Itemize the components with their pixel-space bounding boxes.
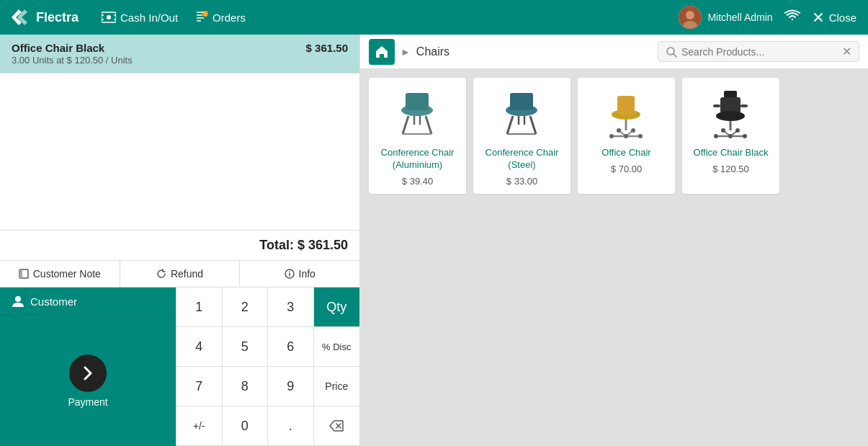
close-icon <box>812 11 825 24</box>
orders-icon: 1 <box>195 11 208 24</box>
product-name-office-chair: Office Chair <box>601 147 650 159</box>
svg-point-44 <box>638 134 643 138</box>
numpad-8[interactable]: 8 <box>223 367 269 406</box>
payment-circle <box>69 354 107 392</box>
numpad-1[interactable]: 1 <box>176 287 223 327</box>
order-item-details: 3.00 Units at $ 120.50 / Units <box>12 55 348 66</box>
header-nav: Cash In/Out 1 Orders <box>102 11 656 24</box>
user-info: Mitchell Admin <box>679 6 772 29</box>
tab-info[interactable]: Info <box>240 261 359 287</box>
cash-in-out-label: Cash In/Out <box>120 12 178 24</box>
search-icon <box>666 46 677 58</box>
svg-point-43 <box>609 134 614 138</box>
order-item-name: Office Chair Black <box>12 42 104 54</box>
product-card-conf-aluminium[interactable]: Conference Chair (Aluminium) $ 39.40 <box>369 78 466 194</box>
svg-rect-38 <box>617 96 635 115</box>
product-name-conf-aluminium: Conference Chair (Aluminium) <box>376 147 459 171</box>
refund-icon <box>156 269 166 279</box>
customer-label: Customer <box>30 295 77 308</box>
svg-point-11 <box>686 11 694 19</box>
product-card-office-chair-black[interactable]: Office Chair Black $ 120.50 <box>682 78 779 194</box>
product-price-office-chair-black: $ 120.50 <box>712 164 749 174</box>
svg-line-25 <box>403 116 408 134</box>
product-price-conf-steel: $ 33.00 <box>506 176 537 187</box>
product-name-conf-steel: Conference Chair (Steel) <box>480 147 563 171</box>
user-name: Mitchell Admin <box>707 12 772 23</box>
numpad-disc[interactable]: % Disc <box>314 327 360 367</box>
customer-note-label: Customer Note <box>33 268 101 280</box>
product-grid: Conference Chair (Aluminium) $ 39.40 <box>360 69 868 202</box>
numpad-6[interactable]: 6 <box>268 327 314 367</box>
numpad-dot[interactable]: . <box>268 406 314 446</box>
orders-label: Orders <box>212 12 246 24</box>
tab-refund[interactable]: Refund <box>120 261 241 287</box>
close-btn[interactable]: Close <box>812 11 856 24</box>
svg-rect-50 <box>713 104 720 107</box>
cash-icon <box>102 12 116 23</box>
search-clear-button[interactable]: ✕ <box>842 45 851 58</box>
svg-rect-51 <box>741 104 748 107</box>
numpad-grid: 1 2 3 Qty 4 5 6 % Disc 7 8 9 Price +/- 0… <box>176 287 359 446</box>
svg-point-57 <box>714 134 718 138</box>
product-price-conf-aluminium: $ 39.40 <box>402 176 433 187</box>
numpad-price[interactable]: Price <box>314 367 360 406</box>
svg-point-59 <box>721 128 725 133</box>
numpad-5[interactable]: 5 <box>223 327 269 367</box>
chair-aluminium-svg <box>387 87 448 141</box>
payment-label: Payment <box>68 396 107 408</box>
numpad-qty[interactable]: Qty <box>314 287 360 327</box>
product-image-conf-steel <box>486 85 558 143</box>
home-button[interactable] <box>369 39 395 65</box>
payment-button[interactable]: Payment <box>0 316 176 446</box>
customer-button[interactable]: Customer <box>0 287 176 316</box>
svg-rect-49 <box>720 97 741 113</box>
numpad-3[interactable]: 3 <box>268 287 314 327</box>
svg-point-52 <box>716 111 745 121</box>
wifi-icon <box>784 9 800 25</box>
numpad-backspace[interactable] <box>314 406 360 446</box>
numpad-4[interactable]: 4 <box>176 327 223 367</box>
breadcrumb-chairs[interactable]: Chairs <box>416 45 449 58</box>
action-tabs: Customer Note Refund Info <box>0 260 359 287</box>
total-label: Total: <box>259 238 294 252</box>
svg-point-60 <box>735 128 740 133</box>
order-item-price: $ 361.50 <box>306 42 348 54</box>
order-item-row[interactable]: Office Chair Black $ 361.50 3.00 Units a… <box>0 35 359 73</box>
avatar <box>679 6 702 29</box>
chair-black-svg <box>700 87 761 141</box>
numpad-2[interactable]: 2 <box>223 287 269 327</box>
numpad-7[interactable]: 7 <box>176 367 223 406</box>
numpad-9[interactable]: 9 <box>268 367 314 406</box>
tab-customer-note[interactable]: Customer Note <box>0 261 120 287</box>
chair-office-svg <box>596 87 657 141</box>
numpad-plusminus[interactable]: +/- <box>176 406 223 446</box>
product-card-conf-steel[interactable]: Conference Chair (Steel) $ 33.00 <box>473 78 571 194</box>
svg-rect-24 <box>406 93 429 110</box>
svg-point-47 <box>624 134 628 138</box>
home-icon <box>375 45 389 58</box>
main-layout: Office Chair Black $ 361.50 3.00 Units a… <box>0 35 868 446</box>
chair-steel-svg <box>491 87 552 141</box>
info-icon <box>285 269 295 279</box>
nav-orders[interactable]: 1 Orders <box>195 11 246 24</box>
product-header: ► Chairs ✕ <box>360 35 868 69</box>
numpad-0[interactable]: 0 <box>223 406 269 446</box>
svg-rect-3 <box>107 15 111 19</box>
product-card-office-chair[interactable]: Office Chair $ 70.00 <box>578 78 675 194</box>
right-panel: ► Chairs ✕ <box>360 35 868 446</box>
svg-rect-48 <box>724 91 737 98</box>
svg-rect-31 <box>510 93 533 110</box>
note-icon <box>19 269 29 279</box>
left-panel: Office Chair Black $ 361.50 3.00 Units a… <box>0 35 360 446</box>
logo-text: Flectra <box>36 10 79 25</box>
search-box[interactable]: ✕ <box>658 41 859 62</box>
svg-line-33 <box>530 116 536 134</box>
search-input[interactable] <box>681 46 838 58</box>
product-image-office-chair <box>591 85 663 143</box>
wifi-svg <box>784 9 800 22</box>
customer-column: Customer Payment <box>0 287 176 446</box>
chevron-right-icon <box>79 365 97 382</box>
refund-label: Refund <box>171 268 203 280</box>
customer-icon <box>12 295 24 308</box>
nav-cash-in-out[interactable]: Cash In/Out <box>102 12 178 24</box>
